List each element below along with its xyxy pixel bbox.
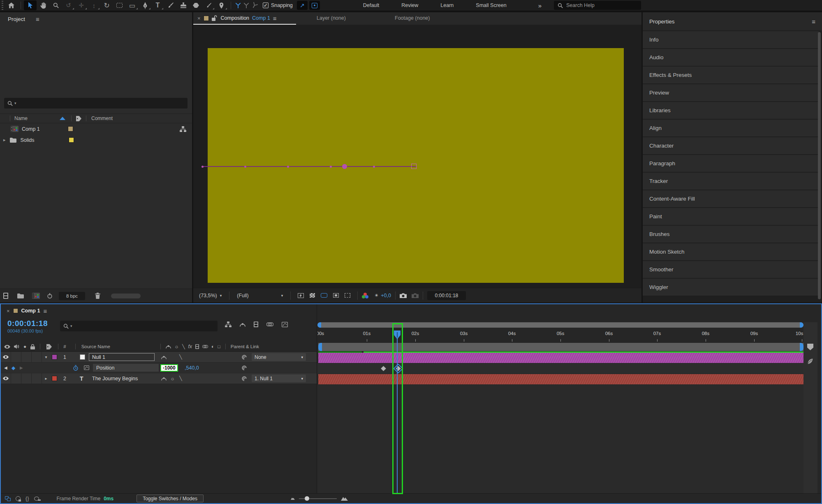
next-keyframe-icon[interactable]: ▶ (20, 363, 23, 373)
threed-switch-icon[interactable]: □ (218, 344, 220, 349)
fx-switch-icon[interactable]: fx (188, 344, 192, 349)
layer-shy-switch[interactable] (161, 352, 167, 362)
layer-expander-icon[interactable]: ▾ (42, 352, 50, 362)
panel-item-paragraph[interactable]: Paragraph (643, 155, 819, 172)
panel-item-content-aware-fill[interactable]: Content-Aware Fill (643, 190, 819, 207)
keyframe-toggle-icon[interactable]: ◆ (12, 363, 15, 373)
project-item-name[interactable]: Comp 1 (22, 126, 40, 132)
close-icon[interactable]: × (197, 15, 201, 21)
position-property-row[interactable]: ◀ ◆ ▶ Position -1000 ,540,0 (1, 363, 317, 373)
zoom-slider-handle[interactable] (305, 496, 309, 501)
keyframe-lane[interactable] (317, 363, 803, 374)
project-item-name[interactable]: Solids (21, 137, 35, 143)
motion-path[interactable] (201, 166, 416, 167)
project-search-input[interactable]: ▾ (4, 98, 188, 109)
comp-mini-map-quill-icon[interactable] (807, 358, 813, 364)
home-button[interactable] (5, 0, 18, 10)
zoom-out-mountain-icon[interactable] (291, 497, 295, 500)
adjustment-switch-icon[interactable]: ◐ (211, 344, 214, 349)
timeline-divider[interactable] (317, 304, 317, 493)
roto-brush-tool[interactable] (202, 0, 215, 10)
workspace-overflow-button[interactable]: » (538, 2, 542, 9)
brush-tool[interactable] (164, 0, 177, 10)
panel-item-character[interactable]: Character (643, 137, 819, 154)
composition-mini-flowchart-icon[interactable] (225, 321, 232, 327)
timeline-panel-menu-icon[interactable]: ≡ (43, 307, 47, 314)
motion-path-dot[interactable] (244, 166, 246, 168)
motion-path-dot[interactable] (373, 166, 375, 168)
layer-color-swatch[interactable] (52, 376, 57, 381)
project-item-comp1[interactable]: Comp 1 (0, 123, 192, 134)
parent-pickwhip-icon[interactable] (241, 352, 247, 362)
snap-to-edges-button[interactable]: ↗ (297, 1, 308, 10)
camera-tool[interactable] (113, 0, 126, 10)
solo-column-icon[interactable]: ● (23, 344, 26, 349)
project-panel-menu-icon[interactable]: ≡ (36, 16, 39, 23)
world-axis-mode-icon[interactable] (243, 2, 249, 8)
zoom-in-mountain-icon[interactable] (341, 496, 348, 501)
rectangle-tool[interactable]: ▭ (126, 0, 139, 10)
parent-pickwhip-icon[interactable] (241, 373, 247, 384)
layer-shy-switch[interactable] (161, 373, 167, 384)
layer-color-swatch[interactable] (52, 354, 57, 360)
property-graph-icon[interactable] (84, 363, 89, 373)
column-parent-link[interactable]: Parent & Link (231, 344, 259, 349)
local-axis-mode-icon[interactable] (235, 2, 241, 8)
rotation-tool[interactable]: ↻ (100, 0, 113, 10)
viewer-timecode[interactable]: 0:00:01:18 (427, 291, 466, 300)
zoom-tool[interactable] (49, 0, 62, 10)
workspace-tab-default[interactable]: Default (352, 2, 391, 8)
transparency-grid-button[interactable] (310, 293, 315, 298)
property-name[interactable]: Position (93, 364, 159, 372)
project-item-solids[interactable]: ▸ Solids (0, 134, 192, 146)
parent-dropdown[interactable]: 1. Null 1 ▾ (252, 375, 306, 382)
layer-row-null1[interactable]: ▾ 1 Null 1 ╲ None ▾ (1, 352, 317, 362)
panel-item-smoother[interactable]: Smoother (643, 261, 819, 278)
quality-switch-icon[interactable]: ╲ (182, 344, 185, 349)
layer-collapse-switch[interactable]: ☼ (170, 373, 175, 384)
label-color-swatch[interactable] (68, 126, 73, 132)
column-comment[interactable]: Comment (91, 116, 113, 121)
close-icon[interactable]: × (7, 308, 10, 314)
panel-item-motion-sketch[interactable]: Motion Sketch (643, 243, 819, 260)
graph-editor-icon[interactable] (282, 321, 288, 327)
channel-selector-button[interactable] (362, 293, 369, 298)
workspace-tab-review[interactable]: Review (390, 2, 429, 8)
panel-item-align[interactable]: Align (643, 120, 819, 136)
label-column-icon[interactable] (76, 116, 82, 121)
layer-solo-toggle[interactable] (21, 373, 32, 384)
composition-viewport[interactable] (193, 25, 641, 288)
snapping-checkbox[interactable]: ✓ (263, 2, 269, 8)
layer-audio-toggle[interactable] (11, 352, 21, 362)
motion-path-dot[interactable] (201, 166, 204, 168)
snapping-label[interactable]: Snapping (271, 2, 293, 8)
audio-column-speaker-icon[interactable] (14, 344, 19, 349)
mask-visibility-button[interactable] (321, 293, 327, 298)
parent-dropdown[interactable]: None ▾ (252, 353, 306, 361)
resolution-dropdown[interactable]: (Full) ▾ (234, 293, 286, 298)
unlock-icon[interactable] (212, 15, 218, 21)
snapshot-camera-icon[interactable] (400, 293, 407, 298)
tab-composition-label[interactable]: Composition (221, 15, 249, 21)
toggle-render-time-pane-icon[interactable] (34, 497, 39, 501)
motion-path-current-position-dot[interactable] (342, 164, 347, 169)
type-tool[interactable]: T (151, 0, 164, 10)
motion-blur-icon[interactable] (266, 321, 273, 327)
workspace-tab-learn[interactable]: Learn (429, 2, 465, 8)
current-time-display[interactable]: 0:00:01:18 (7, 319, 48, 328)
position-x-value-input[interactable]: -1000 (160, 364, 178, 372)
lock-column-icon[interactable] (30, 344, 35, 349)
guides-button[interactable] (345, 293, 350, 298)
properties-panel-menu-icon[interactable]: ≡ (812, 18, 815, 25)
layer-quality-switch[interactable]: ╲ (179, 352, 182, 362)
workspace-tab-small-screen[interactable]: Small Screen (465, 2, 517, 8)
time-ruler[interactable]: 0:00s 01s 02s 03s 04s 05s 06s 07s 08s 09… (317, 330, 803, 342)
panel-item-paint[interactable]: Paint (643, 208, 819, 225)
comp-marker-bin-icon[interactable] (807, 344, 813, 350)
motion-blur-switch-icon[interactable] (202, 344, 208, 349)
column-number[interactable]: # (63, 344, 66, 349)
layer-visibility-eye-icon[interactable] (1, 352, 11, 362)
previous-keyframe-icon[interactable]: ◀ (4, 363, 7, 373)
new-folder-icon[interactable] (17, 294, 24, 298)
layer-bar-null1[interactable] (318, 353, 803, 363)
